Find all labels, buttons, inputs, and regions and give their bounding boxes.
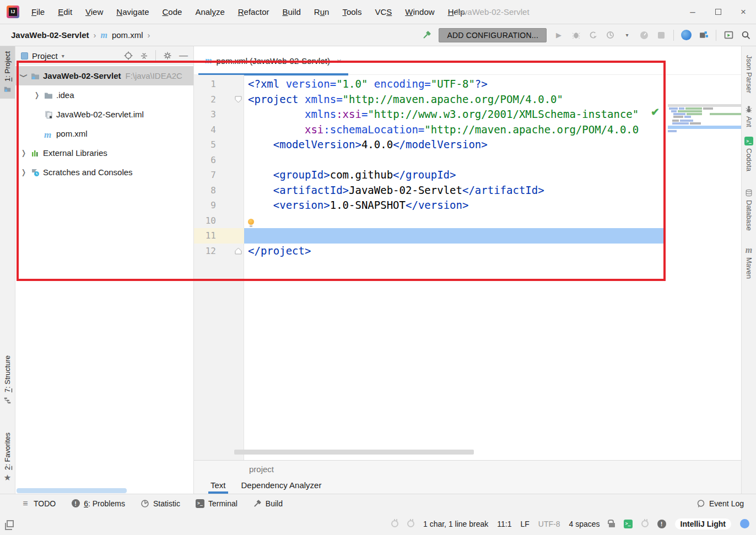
inspection-ok-icon[interactable]: ✔	[651, 106, 660, 118]
code-line-11[interactable]: 11	[194, 228, 741, 244]
stripe-button-maven[interactable]: mMaven	[742, 246, 756, 279]
locate-file-icon[interactable]	[124, 51, 133, 60]
chevron-right-icon[interactable]: ❭	[20, 149, 28, 157]
code-line-6[interactable]: 6	[194, 153, 741, 168]
editor-tab-pom[interactable]: m pom.xml (JavaWeb-02-Servlet) ×	[198, 46, 348, 75]
toolwindow-button-problems[interactable]: !6: Problems	[71, 499, 125, 508]
menu-item-edit[interactable]: Edit	[51, 0, 79, 24]
tree-item-javaweb-02-servlet[interactable]: ❭JavaWeb-02-ServletF:\java\IDEA2C	[15, 66, 193, 85]
theme-widget[interactable]: IntelliJ Light	[675, 518, 731, 529]
add-configuration-button[interactable]: ADD CONFIGURATION...	[439, 28, 547, 42]
bottom-tab-text[interactable]: Text	[210, 476, 226, 494]
code-line-10[interactable]: 10	[194, 213, 741, 229]
unlock-icon[interactable]	[609, 523, 615, 527]
stripe-button-project[interactable]: 1: Project	[0, 46, 15, 99]
stripe-button-codota[interactable]: >_Codota	[742, 137, 756, 171]
run-icon[interactable]: ▶	[554, 30, 564, 40]
tree-item--idea[interactable]: ❭.idea	[15, 85, 193, 105]
event-log-button[interactable]: Event Log	[696, 499, 744, 508]
code-minimap[interactable]	[668, 102, 741, 136]
collapse-all-icon[interactable]	[140, 52, 148, 60]
xml-breadcrumb[interactable]: project	[194, 461, 741, 474]
editor-horizontal-scrollbar[interactable]	[234, 450, 474, 455]
line-separator[interactable]: LF	[520, 520, 529, 528]
maximize-button[interactable]	[705, 0, 731, 24]
menu-item-analyze[interactable]: Analyze	[188, 0, 231, 24]
menu-item-code[interactable]: Code	[156, 0, 189, 24]
theme-color-dot[interactable]	[740, 519, 749, 528]
hide-panel-icon[interactable]: —	[179, 51, 188, 61]
chevron-right-icon[interactable]: ❭	[33, 91, 41, 99]
plugin-icon[interactable]	[391, 520, 398, 527]
chevron-down-icon[interactable]: ❭	[20, 72, 28, 80]
minimize-button[interactable]: –	[680, 0, 705, 24]
breadcrumb-project[interactable]: JavaWeb-02-Servlet	[11, 30, 89, 40]
menu-item-run[interactable]: Run	[307, 0, 336, 24]
menu-item-refactor[interactable]: Refactor	[231, 0, 276, 24]
code-line-8[interactable]: 8 <artifactId>JavaWeb-02-Servlet</artifa…	[194, 183, 741, 198]
stripe-button-json-parser[interactable]: Json Parser	[742, 55, 756, 93]
stripe-button-ant[interactable]: Ant	[742, 105, 756, 127]
stop-icon[interactable]	[656, 30, 666, 40]
menu-item-tools[interactable]: Tools	[336, 0, 368, 24]
code-line-5[interactable]: 5 <modelVersion>4.0.0</modelVersion>	[194, 137, 741, 153]
notifications-icon[interactable]: !	[657, 520, 666, 528]
tree-item-pom-xml[interactable]: mpom.xml	[15, 124, 193, 143]
code-line-2[interactable]: 2<project xmlns="http://maven.apache.org…	[194, 92, 741, 107]
menu-item-build[interactable]: Build	[276, 0, 307, 24]
plugin-icon[interactable]	[641, 520, 649, 527]
close-button[interactable]: ×	[731, 0, 756, 24]
menu-item-window[interactable]: Window	[398, 0, 441, 24]
code-line-9[interactable]: 9 <version>1.0-SNAPSHOT</version>	[194, 198, 741, 213]
toolwindow-button-build[interactable]: Build	[253, 499, 283, 508]
main-toolbar: JavaWeb-02-Servlet › m pom.xml › ADD CON…	[0, 24, 756, 46]
intention-bulb-icon[interactable]	[248, 219, 254, 225]
file-encoding[interactable]: UTF-8	[538, 520, 560, 528]
project-horizontal-scrollbar[interactable]	[17, 488, 127, 493]
fold-marker-icon[interactable]	[235, 247, 242, 255]
coverage-icon[interactable]	[588, 30, 598, 40]
chevron-down-icon[interactable]: ▾	[62, 53, 64, 59]
stripe-button-structure[interactable]: 7: Structure	[0, 350, 15, 409]
code-editor[interactable]: 1<?xml version="1.0" encoding="UTF-8"?>2…	[194, 75, 741, 460]
toolwindow-toggle-icon[interactable]	[7, 520, 14, 527]
build-hammer-icon[interactable]	[422, 30, 431, 40]
menu-item-file[interactable]: File	[25, 0, 51, 24]
codota-icon[interactable]	[681, 30, 692, 40]
close-icon[interactable]: ×	[337, 56, 342, 66]
line-number: 12	[194, 244, 216, 259]
fold-marker-icon[interactable]	[235, 96, 242, 103]
code-line-12[interactable]: 12</project>	[194, 244, 741, 259]
tree-item-scratches-and-consoles[interactable]: ❭Scratches and Consoles	[15, 163, 193, 182]
preview-window-icon[interactable]	[723, 30, 733, 40]
menu-item-navigate[interactable]: Navigate	[110, 0, 155, 24]
tree-item-external-libraries[interactable]: ❭External Libraries	[15, 143, 193, 163]
debug-icon[interactable]	[571, 30, 581, 40]
bottom-tab-dependency-analyzer[interactable]: Dependency Analyzer	[241, 476, 322, 494]
project-structure-icon[interactable]	[699, 30, 709, 40]
stripe-button-favorites[interactable]: 2: Favorites★	[0, 428, 15, 487]
toolwindow-button-todo[interactable]: ≡TODO	[21, 499, 56, 508]
breadcrumb-file[interactable]: pom.xml	[112, 30, 143, 40]
toolwindow-button-statistic[interactable]: Statistic	[141, 499, 180, 508]
chevron-down-icon[interactable]: ▾	[622, 30, 632, 40]
tree-item-javaweb-02-servlet-iml[interactable]: JavaWeb-02-Servlet.iml	[15, 105, 193, 124]
code-line-7[interactable]: 7 <groupId>com.github</groupId>	[194, 167, 741, 183]
profiler-icon[interactable]	[605, 30, 615, 40]
gauge-icon[interactable]	[639, 30, 649, 40]
menu-item-vcs[interactable]: VCS	[368, 0, 398, 24]
toolwindow-button-terminal[interactable]: >_Terminal	[196, 499, 237, 508]
indent-setting[interactable]: 4 spaces	[569, 520, 600, 528]
stripe-button-database[interactable]: Database	[742, 188, 756, 231]
search-icon[interactable]	[741, 30, 750, 40]
caret-position[interactable]: 11:1	[497, 520, 511, 528]
chevron-right-icon[interactable]: ❭	[20, 168, 28, 176]
code-line-4[interactable]: 4 xsi:schemaLocation="http://maven.apach…	[194, 122, 741, 138]
codota-status-icon[interactable]: >_	[624, 520, 633, 528]
plugin-icon[interactable]	[407, 520, 414, 527]
gear-icon[interactable]	[163, 51, 172, 60]
menu-item-view[interactable]: View	[79, 0, 110, 24]
line-number: 5	[194, 137, 216, 153]
code-line-1[interactable]: 1<?xml version="1.0" encoding="UTF-8"?>	[194, 77, 741, 92]
project-panel-title[interactable]: Project	[32, 51, 58, 61]
